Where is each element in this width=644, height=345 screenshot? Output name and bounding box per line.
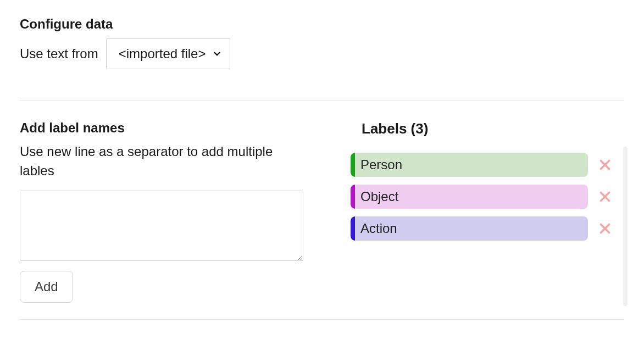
label-chip[interactable]: Person <box>351 153 588 177</box>
label-name: Object <box>360 189 398 204</box>
label-row: Person <box>351 153 613 177</box>
chevron-down-icon <box>212 49 222 59</box>
remove-label-icon[interactable] <box>597 157 613 173</box>
add-labels-description: Use new line as a separator to add multi… <box>20 142 306 181</box>
configure-data-section: Configure data Use text from <imported f… <box>20 16 624 69</box>
remove-label-icon[interactable] <box>597 188 613 205</box>
add-button[interactable]: Add <box>20 271 73 303</box>
configure-data-title: Configure data <box>20 16 624 32</box>
label-name: Person <box>360 157 402 172</box>
labels-heading: Labels (3) <box>362 120 613 137</box>
remove-label-icon[interactable] <box>597 220 613 237</box>
label-name: Action <box>360 221 397 236</box>
labels-list-section: Labels (3) PersonObjectAction <box>344 120 624 248</box>
use-text-from-label: Use text from <box>20 46 98 62</box>
labels-heading-prefix: Labels <box>362 120 407 137</box>
divider <box>20 100 624 101</box>
scrollbar-track[interactable] <box>623 147 628 306</box>
labels-count: 3 <box>415 120 423 137</box>
text-source-selected-value: <imported file> <box>119 46 206 62</box>
labels-container: PersonObjectAction <box>351 153 613 241</box>
label-chip[interactable]: Object <box>351 185 588 209</box>
labels-textarea[interactable] <box>20 191 303 261</box>
text-source-select[interactable]: <imported file> <box>106 38 231 69</box>
label-accent <box>351 216 355 241</box>
label-row: Action <box>351 216 613 241</box>
divider <box>20 319 624 320</box>
label-row: Object <box>351 185 613 209</box>
add-labels-section: Add label names Use new line as a separa… <box>20 120 344 303</box>
label-chip[interactable]: Action <box>351 216 588 241</box>
label-accent <box>351 153 355 177</box>
label-accent <box>351 185 355 209</box>
add-labels-title: Add label names <box>20 120 344 136</box>
